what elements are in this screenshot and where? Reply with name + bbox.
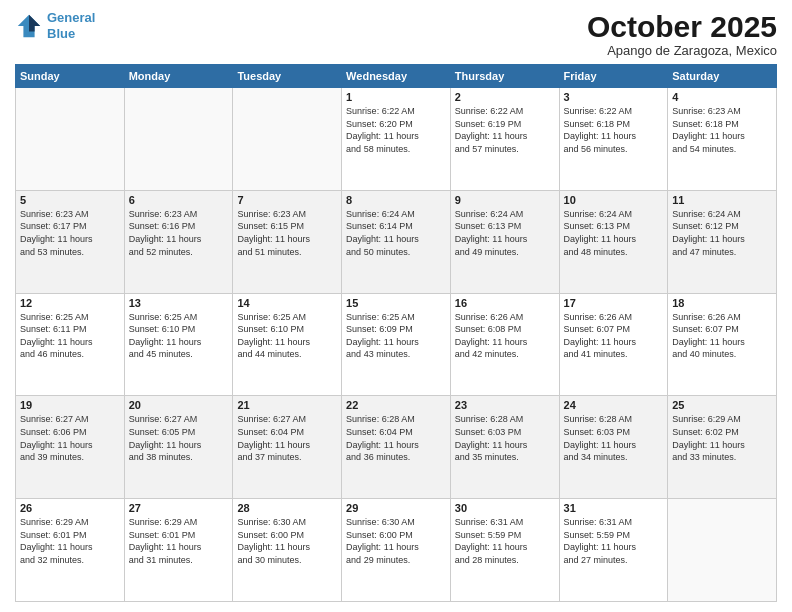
calendar-cell: 25Sunrise: 6:29 AM Sunset: 6:02 PM Dayli… [668,396,777,499]
day-info: Sunrise: 6:25 AM Sunset: 6:11 PM Dayligh… [20,311,120,361]
calendar-cell: 15Sunrise: 6:25 AM Sunset: 6:09 PM Dayli… [342,293,451,396]
day-info: Sunrise: 6:28 AM Sunset: 6:03 PM Dayligh… [455,413,555,463]
calendar-cell: 7Sunrise: 6:23 AM Sunset: 6:15 PM Daylig… [233,190,342,293]
logo-blue: Blue [47,26,75,41]
day-info: Sunrise: 6:26 AM Sunset: 6:08 PM Dayligh… [455,311,555,361]
header-saturday: Saturday [668,65,777,88]
day-number: 7 [237,194,337,206]
logo-text: General Blue [47,10,95,41]
calendar-cell: 13Sunrise: 6:25 AM Sunset: 6:10 PM Dayli… [124,293,233,396]
day-info: Sunrise: 6:28 AM Sunset: 6:04 PM Dayligh… [346,413,446,463]
calendar-week-row-1: 5Sunrise: 6:23 AM Sunset: 6:17 PM Daylig… [16,190,777,293]
day-info: Sunrise: 6:29 AM Sunset: 6:02 PM Dayligh… [672,413,772,463]
day-info: Sunrise: 6:25 AM Sunset: 6:09 PM Dayligh… [346,311,446,361]
day-info: Sunrise: 6:29 AM Sunset: 6:01 PM Dayligh… [129,516,229,566]
calendar-cell: 24Sunrise: 6:28 AM Sunset: 6:03 PM Dayli… [559,396,668,499]
day-number: 25 [672,399,772,411]
day-number: 29 [346,502,446,514]
day-info: Sunrise: 6:23 AM Sunset: 6:17 PM Dayligh… [20,208,120,258]
day-number: 17 [564,297,664,309]
calendar-cell: 6Sunrise: 6:23 AM Sunset: 6:16 PM Daylig… [124,190,233,293]
day-info: Sunrise: 6:27 AM Sunset: 6:04 PM Dayligh… [237,413,337,463]
day-number: 18 [672,297,772,309]
day-info: Sunrise: 6:29 AM Sunset: 6:01 PM Dayligh… [20,516,120,566]
header-monday: Monday [124,65,233,88]
logo-general: General [47,10,95,25]
calendar-cell [124,88,233,191]
calendar-week-row-4: 26Sunrise: 6:29 AM Sunset: 6:01 PM Dayli… [16,499,777,602]
calendar-cell: 9Sunrise: 6:24 AM Sunset: 6:13 PM Daylig… [450,190,559,293]
page: General Blue October 2025 Apango de Zara… [0,0,792,612]
month-title: October 2025 [587,10,777,43]
day-number: 20 [129,399,229,411]
day-info: Sunrise: 6:27 AM Sunset: 6:06 PM Dayligh… [20,413,120,463]
calendar-cell: 1Sunrise: 6:22 AM Sunset: 6:20 PM Daylig… [342,88,451,191]
day-number: 13 [129,297,229,309]
day-number: 4 [672,91,772,103]
day-number: 21 [237,399,337,411]
calendar-cell: 19Sunrise: 6:27 AM Sunset: 6:06 PM Dayli… [16,396,125,499]
day-info: Sunrise: 6:26 AM Sunset: 6:07 PM Dayligh… [564,311,664,361]
calendar-table: Sunday Monday Tuesday Wednesday Thursday… [15,64,777,602]
calendar-cell [668,499,777,602]
day-number: 24 [564,399,664,411]
day-number: 11 [672,194,772,206]
header-tuesday: Tuesday [233,65,342,88]
calendar-cell: 27Sunrise: 6:29 AM Sunset: 6:01 PM Dayli… [124,499,233,602]
calendar-cell: 11Sunrise: 6:24 AM Sunset: 6:12 PM Dayli… [668,190,777,293]
calendar-header-row: Sunday Monday Tuesday Wednesday Thursday… [16,65,777,88]
day-number: 16 [455,297,555,309]
header-sunday: Sunday [16,65,125,88]
calendar-cell: 28Sunrise: 6:30 AM Sunset: 6:00 PM Dayli… [233,499,342,602]
day-number: 6 [129,194,229,206]
day-number: 26 [20,502,120,514]
svg-marker-1 [29,14,40,31]
calendar-cell: 2Sunrise: 6:22 AM Sunset: 6:19 PM Daylig… [450,88,559,191]
logo-icon [15,12,43,40]
calendar-cell: 14Sunrise: 6:25 AM Sunset: 6:10 PM Dayli… [233,293,342,396]
day-info: Sunrise: 6:23 AM Sunset: 6:15 PM Dayligh… [237,208,337,258]
calendar-cell: 30Sunrise: 6:31 AM Sunset: 5:59 PM Dayli… [450,499,559,602]
calendar-cell: 20Sunrise: 6:27 AM Sunset: 6:05 PM Dayli… [124,396,233,499]
calendar-cell: 23Sunrise: 6:28 AM Sunset: 6:03 PM Dayli… [450,396,559,499]
day-info: Sunrise: 6:23 AM Sunset: 6:16 PM Dayligh… [129,208,229,258]
header-wednesday: Wednesday [342,65,451,88]
day-number: 28 [237,502,337,514]
day-info: Sunrise: 6:24 AM Sunset: 6:14 PM Dayligh… [346,208,446,258]
calendar-cell [233,88,342,191]
day-info: Sunrise: 6:23 AM Sunset: 6:18 PM Dayligh… [672,105,772,155]
day-info: Sunrise: 6:31 AM Sunset: 5:59 PM Dayligh… [455,516,555,566]
calendar-cell: 17Sunrise: 6:26 AM Sunset: 6:07 PM Dayli… [559,293,668,396]
calendar-cell: 8Sunrise: 6:24 AM Sunset: 6:14 PM Daylig… [342,190,451,293]
day-number: 8 [346,194,446,206]
day-number: 12 [20,297,120,309]
day-number: 3 [564,91,664,103]
calendar-cell: 22Sunrise: 6:28 AM Sunset: 6:04 PM Dayli… [342,396,451,499]
day-number: 2 [455,91,555,103]
day-info: Sunrise: 6:25 AM Sunset: 6:10 PM Dayligh… [237,311,337,361]
day-info: Sunrise: 6:28 AM Sunset: 6:03 PM Dayligh… [564,413,664,463]
day-number: 5 [20,194,120,206]
day-info: Sunrise: 6:24 AM Sunset: 6:13 PM Dayligh… [455,208,555,258]
header: General Blue October 2025 Apango de Zara… [15,10,777,58]
day-info: Sunrise: 6:30 AM Sunset: 6:00 PM Dayligh… [237,516,337,566]
day-info: Sunrise: 6:27 AM Sunset: 6:05 PM Dayligh… [129,413,229,463]
header-friday: Friday [559,65,668,88]
day-number: 22 [346,399,446,411]
calendar-week-row-2: 12Sunrise: 6:25 AM Sunset: 6:11 PM Dayli… [16,293,777,396]
day-number: 27 [129,502,229,514]
calendar-cell: 10Sunrise: 6:24 AM Sunset: 6:13 PM Dayli… [559,190,668,293]
day-number: 14 [237,297,337,309]
day-info: Sunrise: 6:26 AM Sunset: 6:07 PM Dayligh… [672,311,772,361]
calendar-cell: 18Sunrise: 6:26 AM Sunset: 6:07 PM Dayli… [668,293,777,396]
calendar-cell: 26Sunrise: 6:29 AM Sunset: 6:01 PM Dayli… [16,499,125,602]
logo: General Blue [15,10,95,41]
day-info: Sunrise: 6:30 AM Sunset: 6:00 PM Dayligh… [346,516,446,566]
calendar-week-row-0: 1Sunrise: 6:22 AM Sunset: 6:20 PM Daylig… [16,88,777,191]
day-info: Sunrise: 6:22 AM Sunset: 6:18 PM Dayligh… [564,105,664,155]
calendar-cell [16,88,125,191]
calendar-cell: 3Sunrise: 6:22 AM Sunset: 6:18 PM Daylig… [559,88,668,191]
day-number: 19 [20,399,120,411]
calendar-cell: 5Sunrise: 6:23 AM Sunset: 6:17 PM Daylig… [16,190,125,293]
day-number: 31 [564,502,664,514]
